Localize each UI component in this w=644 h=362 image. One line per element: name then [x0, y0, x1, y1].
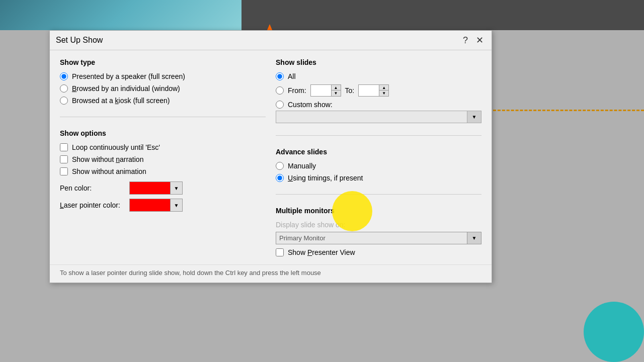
slides-from[interactable]: From: ▲ ▼ To: ▲ — [276, 84, 481, 97]
display-slide-show-label: Display slide show on: — [276, 221, 481, 229]
show-type-options: Presented by a speaker (full screen) Bro… — [60, 72, 266, 105]
radio-timings[interactable] — [276, 174, 284, 182]
show-type-individual[interactable]: Browsed by an individual (window) — [60, 84, 266, 93]
teal-decoration — [584, 302, 644, 362]
presenter-label: Presented by a speaker (full screen) — [72, 72, 185, 80]
presenter-view-label: Show Presenter View — [288, 248, 355, 256]
from-label: From: — [288, 86, 306, 95]
to-input-group: ▲ ▼ — [358, 84, 389, 97]
custom-show-input[interactable] — [276, 111, 467, 123]
radio-presenter[interactable] — [60, 72, 68, 80]
divider-1 — [60, 117, 266, 117]
no-narration-label: Show without narration — [72, 155, 143, 163]
from-spin-up[interactable]: ▲ — [332, 85, 341, 90]
advance-slides-section: Advance slides Manually Using timings, i… — [276, 148, 481, 182]
manually-label: Manually — [288, 162, 316, 170]
show-type-title: Show type — [60, 58, 266, 66]
show-options-checkboxes: Loop continuously until 'Esc' Show witho… — [60, 143, 266, 175]
laser-color-picker[interactable]: ▼ — [129, 199, 183, 212]
multiple-monitors-title: Multiple monitors — [276, 207, 481, 215]
slides-custom[interactable]: Custom show: — [276, 101, 481, 109]
radio-from[interactable] — [276, 86, 284, 95]
all-label: All — [288, 72, 296, 80]
presenter-view-checkbox[interactable]: Show Presenter View — [276, 248, 481, 256]
from-input-group: ▲ ▼ — [310, 84, 341, 97]
to-spin-buttons: ▲ ▼ — [379, 85, 388, 96]
advance-slides-title: Advance slides — [276, 148, 481, 156]
custom-show-arrow-icon[interactable]: ▼ — [467, 111, 481, 123]
checkbox-loop[interactable] — [60, 143, 68, 151]
from-spin-buttons: ▲ ▼ — [331, 85, 341, 96]
left-column: Show type Presented by a speaker (full s… — [60, 58, 266, 256]
show-slides-options: All From: ▲ ▼ To: — [276, 72, 481, 109]
checkbox-no-narration[interactable] — [60, 155, 68, 163]
display-input[interactable] — [276, 232, 467, 244]
dialog-title: Set Up Show — [56, 36, 103, 45]
show-slides-section: Show slides All From: ▲ ▼ — [276, 58, 481, 123]
dialog-footer: To show a laser pointer during slide sho… — [50, 264, 492, 283]
radio-individual[interactable] — [60, 84, 68, 93]
advance-timings[interactable]: Using timings, if present — [276, 174, 481, 182]
advance-slides-options: Manually Using timings, if present — [276, 162, 481, 182]
checkbox-no-animation[interactable] — [60, 167, 68, 175]
radio-custom[interactable] — [276, 101, 284, 109]
radio-manually[interactable] — [276, 162, 284, 170]
display-dropdown[interactable]: ▼ — [276, 232, 481, 244]
no-narration-checkbox[interactable]: Show without narration — [60, 155, 266, 163]
dialog-controls: ? ✕ — [461, 35, 486, 46]
show-slides-title: Show slides — [276, 58, 481, 66]
to-spin-down[interactable]: ▼ — [379, 90, 388, 96]
divider-3 — [276, 194, 481, 195]
laser-color-label: Laser pointer color: — [60, 201, 125, 209]
timings-label: Using timings, if present — [288, 174, 363, 182]
right-column: Show slides All From: ▲ ▼ — [276, 58, 481, 256]
slide-thumbnail — [0, 0, 242, 30]
no-animation-checkbox[interactable]: Show without animation — [60, 167, 266, 175]
dialog-body: Show type Presented by a speaker (full s… — [50, 50, 492, 264]
help-button[interactable]: ? — [461, 35, 470, 46]
pen-color-swatch — [130, 182, 170, 194]
laser-color-swatch — [130, 199, 170, 211]
from-input[interactable] — [311, 85, 331, 96]
dialog-titlebar: Set Up Show ? ✕ — [50, 31, 492, 50]
checkbox-presenter-view[interactable] — [276, 248, 284, 256]
display-arrow-icon[interactable]: ▼ — [467, 232, 481, 244]
multiple-monitors-section: Multiple monitors Display slide show on:… — [276, 207, 481, 256]
show-type-kiosk[interactable]: Browsed at a kiosk (full screen) — [60, 97, 266, 105]
show-type-presenter[interactable]: Presented by a speaker (full screen) — [60, 72, 266, 80]
pen-color-picker[interactable]: ▼ — [129, 182, 183, 195]
to-spin-up[interactable]: ▲ — [379, 85, 388, 90]
show-options-section: Show options Loop continuously until 'Es… — [60, 129, 266, 212]
laser-color-arrow-icon[interactable]: ▼ — [170, 199, 182, 211]
radio-kiosk[interactable] — [60, 97, 68, 105]
dashed-line — [493, 110, 644, 111]
custom-label: Custom show: — [288, 101, 333, 109]
to-input[interactable] — [359, 85, 379, 96]
show-options-title: Show options — [60, 129, 266, 137]
advance-manually[interactable]: Manually — [276, 162, 481, 170]
radio-all[interactable] — [276, 72, 284, 80]
pen-color-row: Pen color: ▼ — [60, 182, 266, 195]
loop-checkbox[interactable]: Loop continuously until 'Esc' — [60, 143, 266, 151]
pen-color-label: Pen color: — [60, 184, 125, 192]
no-animation-label: Show without animation — [72, 167, 146, 175]
pen-color-arrow-icon[interactable]: ▼ — [170, 182, 182, 194]
kiosk-label: Browsed at a kiosk (full screen) — [72, 97, 170, 105]
to-label: To: — [345, 86, 355, 95]
setup-show-dialog: Set Up Show ? ✕ Show type Presented by a… — [49, 30, 492, 283]
custom-show-dropdown[interactable]: ▼ — [276, 111, 481, 123]
custom-show-row: ▼ — [276, 111, 481, 123]
footer-text: To show a laser pointer during slide sho… — [60, 269, 321, 277]
loop-label: Loop continuously until 'Esc' — [72, 143, 160, 151]
from-spin-down[interactable]: ▼ — [332, 90, 341, 96]
show-type-section: Show type Presented by a speaker (full s… — [60, 58, 266, 105]
slides-all[interactable]: All — [276, 72, 481, 80]
close-button[interactable]: ✕ — [474, 35, 486, 46]
individual-label: Browsed by an individual (window) — [72, 84, 180, 93]
laser-color-row: Laser pointer color: ▼ — [60, 199, 266, 212]
divider-2 — [276, 135, 481, 136]
